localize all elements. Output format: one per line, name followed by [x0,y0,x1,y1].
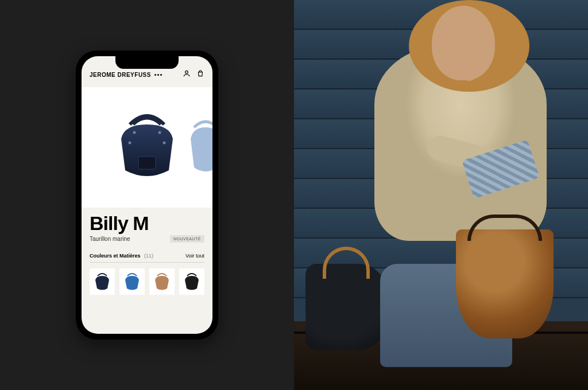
swatch-item[interactable] [179,268,204,295]
model-face [432,6,495,80]
brand-mark-icon [154,74,162,76]
account-icon[interactable] [183,69,191,80]
svg-rect-1 [138,157,156,169]
swatch-item[interactable] [119,268,145,295]
swatch-item[interactable] [90,268,115,295]
left-panel: JEROME DREYFUSS [0,0,294,390]
new-badge: NOUVEAUTÉ [170,235,204,243]
brand-text: JEROME DREYFUSS [90,72,151,78]
svg-point-2 [133,131,136,134]
phone-notch [115,56,179,69]
product-material: Taurillon marine [90,236,130,242]
variants-count: (11) [144,253,153,259]
svg-point-4 [129,142,131,145]
svg-point-3 [158,131,161,134]
product-title: Billy M [90,213,204,233]
leather-bag [305,264,392,350]
svg-point-0 [185,71,188,73]
view-all-link[interactable]: Voir tout [185,253,204,259]
bag-icon[interactable] [196,69,204,80]
product-hero[interactable] [82,87,212,208]
rusty-bucket [456,229,554,338]
phone-screen: JEROME DREYFUSS [82,56,212,334]
variants-header: Couleurs et Matières (11) Voir tout [82,247,212,262]
svg-point-5 [163,142,166,145]
brand-logo[interactable]: JEROME DREYFUSS [90,72,162,78]
product-image [107,107,187,188]
phone-frame: JEROME DREYFUSS [76,50,218,340]
swatch-row [82,263,212,301]
next-product-peek-icon [188,110,212,179]
variants-label: Couleurs et Matières [90,253,141,259]
swatch-item[interactable] [149,268,175,295]
lifestyle-image [294,0,588,390]
